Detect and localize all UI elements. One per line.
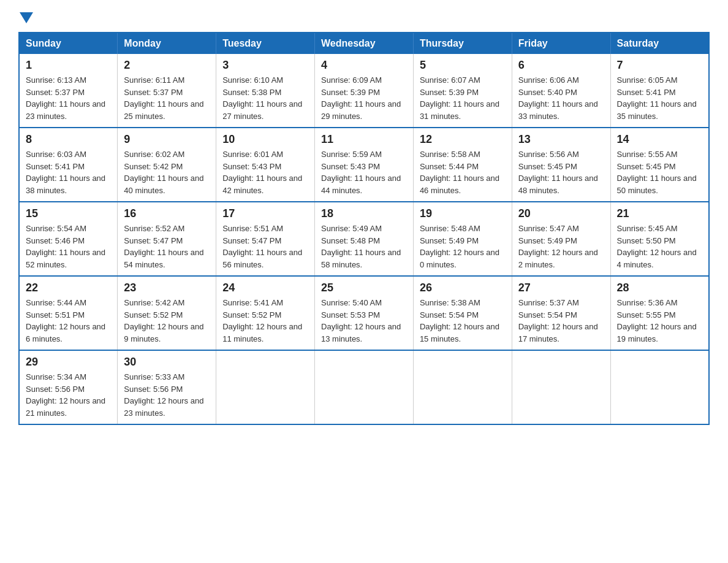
calendar-cell: 16Sunrise: 5:52 AMSunset: 5:47 PMDayligh… bbox=[118, 202, 216, 276]
day-number: 3 bbox=[222, 59, 308, 72]
calendar-week-row: 8Sunrise: 6:03 AMSunset: 5:41 PMDaylight… bbox=[19, 128, 709, 202]
logo bbox=[18, 12, 33, 21]
weekday-header-thursday: Thursday bbox=[413, 33, 512, 54]
calendar-cell: 9Sunrise: 6:02 AMSunset: 5:42 PMDaylight… bbox=[118, 128, 216, 202]
day-info: Sunrise: 5:33 AMSunset: 5:56 PMDaylight:… bbox=[124, 371, 210, 419]
day-number: 18 bbox=[321, 207, 407, 220]
day-number: 8 bbox=[26, 133, 111, 146]
day-number: 20 bbox=[518, 207, 604, 220]
day-number: 9 bbox=[124, 133, 210, 146]
calendar-cell: 28Sunrise: 5:36 AMSunset: 5:55 PMDayligh… bbox=[610, 276, 709, 350]
calendar-cell: 12Sunrise: 5:58 AMSunset: 5:44 PMDayligh… bbox=[413, 128, 512, 202]
calendar-cell bbox=[512, 350, 610, 424]
day-info: Sunrise: 5:44 AMSunset: 5:51 PMDaylight:… bbox=[26, 297, 111, 345]
day-info: Sunrise: 6:10 AMSunset: 5:38 PMDaylight:… bbox=[222, 74, 308, 122]
weekday-header-saturday: Saturday bbox=[610, 33, 709, 54]
day-info: Sunrise: 6:13 AMSunset: 5:37 PMDaylight:… bbox=[26, 74, 111, 122]
day-number: 23 bbox=[124, 282, 210, 294]
calendar-week-row: 22Sunrise: 5:44 AMSunset: 5:51 PMDayligh… bbox=[19, 276, 709, 350]
day-number: 4 bbox=[321, 59, 407, 72]
calendar-cell: 18Sunrise: 5:49 AMSunset: 5:48 PMDayligh… bbox=[315, 202, 414, 276]
day-info: Sunrise: 5:54 AMSunset: 5:46 PMDaylight:… bbox=[26, 223, 111, 270]
calendar-cell: 23Sunrise: 5:42 AMSunset: 5:52 PMDayligh… bbox=[118, 276, 216, 350]
calendar-cell bbox=[315, 350, 414, 424]
day-number: 22 bbox=[26, 282, 111, 294]
day-number: 30 bbox=[124, 356, 210, 369]
weekday-header-wednesday: Wednesday bbox=[315, 33, 414, 54]
weekday-header-row: SundayMondayTuesdayWednesdayThursdayFrid… bbox=[19, 33, 709, 54]
day-info: Sunrise: 5:52 AMSunset: 5:47 PMDaylight:… bbox=[124, 223, 210, 270]
calendar-cell: 30Sunrise: 5:33 AMSunset: 5:56 PMDayligh… bbox=[118, 350, 216, 424]
weekday-header-sunday: Sunday bbox=[19, 33, 118, 54]
day-number: 14 bbox=[617, 133, 702, 146]
calendar-cell bbox=[413, 350, 512, 424]
day-info: Sunrise: 6:03 AMSunset: 5:41 PMDaylight:… bbox=[26, 148, 111, 196]
day-number: 29 bbox=[26, 356, 111, 369]
day-number: 13 bbox=[518, 133, 604, 146]
calendar-cell: 14Sunrise: 5:55 AMSunset: 5:45 PMDayligh… bbox=[610, 128, 709, 202]
logo-arrow-icon bbox=[20, 12, 33, 23]
day-info: Sunrise: 5:47 AMSunset: 5:49 PMDaylight:… bbox=[518, 223, 604, 270]
calendar-cell: 2Sunrise: 6:11 AMSunset: 5:37 PMDaylight… bbox=[118, 54, 216, 128]
day-info: Sunrise: 6:09 AMSunset: 5:39 PMDaylight:… bbox=[321, 74, 407, 122]
calendar-cell: 8Sunrise: 6:03 AMSunset: 5:41 PMDaylight… bbox=[19, 128, 118, 202]
calendar-cell: 7Sunrise: 6:05 AMSunset: 5:41 PMDaylight… bbox=[610, 54, 709, 128]
day-info: Sunrise: 5:55 AMSunset: 5:45 PMDaylight:… bbox=[617, 148, 702, 196]
calendar-body: 1Sunrise: 6:13 AMSunset: 5:37 PMDaylight… bbox=[19, 54, 709, 424]
calendar-cell: 11Sunrise: 5:59 AMSunset: 5:43 PMDayligh… bbox=[315, 128, 414, 202]
day-info: Sunrise: 5:56 AMSunset: 5:45 PMDaylight:… bbox=[518, 148, 604, 196]
day-number: 24 bbox=[222, 282, 308, 294]
calendar-cell: 20Sunrise: 5:47 AMSunset: 5:49 PMDayligh… bbox=[512, 202, 610, 276]
day-info: Sunrise: 5:42 AMSunset: 5:52 PMDaylight:… bbox=[124, 297, 210, 345]
day-number: 25 bbox=[321, 282, 407, 294]
calendar-cell: 25Sunrise: 5:40 AMSunset: 5:53 PMDayligh… bbox=[315, 276, 414, 350]
calendar-cell: 26Sunrise: 5:38 AMSunset: 5:54 PMDayligh… bbox=[413, 276, 512, 350]
day-number: 19 bbox=[420, 207, 506, 220]
calendar-cell: 17Sunrise: 5:51 AMSunset: 5:47 PMDayligh… bbox=[216, 202, 315, 276]
day-info: Sunrise: 5:41 AMSunset: 5:52 PMDaylight:… bbox=[222, 297, 308, 345]
calendar-week-row: 29Sunrise: 5:34 AMSunset: 5:56 PMDayligh… bbox=[19, 350, 709, 424]
calendar-cell: 24Sunrise: 5:41 AMSunset: 5:52 PMDayligh… bbox=[216, 276, 315, 350]
day-info: Sunrise: 5:51 AMSunset: 5:47 PMDaylight:… bbox=[222, 223, 308, 270]
day-number: 2 bbox=[124, 59, 210, 72]
day-info: Sunrise: 5:59 AMSunset: 5:43 PMDaylight:… bbox=[321, 148, 407, 196]
day-number: 12 bbox=[420, 133, 506, 146]
day-number: 7 bbox=[617, 59, 702, 72]
day-info: Sunrise: 5:45 AMSunset: 5:50 PMDaylight:… bbox=[617, 223, 702, 270]
calendar-cell: 5Sunrise: 6:07 AMSunset: 5:39 PMDaylight… bbox=[413, 54, 512, 128]
calendar-cell bbox=[216, 350, 315, 424]
calendar-week-row: 15Sunrise: 5:54 AMSunset: 5:46 PMDayligh… bbox=[19, 202, 709, 276]
calendar-cell: 27Sunrise: 5:37 AMSunset: 5:54 PMDayligh… bbox=[512, 276, 610, 350]
day-number: 10 bbox=[222, 133, 308, 146]
calendar-table: SundayMondayTuesdayWednesdayThursdayFrid… bbox=[18, 32, 710, 425]
weekday-header-friday: Friday bbox=[512, 33, 610, 54]
day-number: 15 bbox=[26, 207, 111, 220]
day-info: Sunrise: 6:02 AMSunset: 5:42 PMDaylight:… bbox=[124, 148, 210, 196]
day-info: Sunrise: 5:40 AMSunset: 5:53 PMDaylight:… bbox=[321, 297, 407, 345]
calendar-cell: 4Sunrise: 6:09 AMSunset: 5:39 PMDaylight… bbox=[315, 54, 414, 128]
calendar-cell: 29Sunrise: 5:34 AMSunset: 5:56 PMDayligh… bbox=[19, 350, 118, 424]
day-info: Sunrise: 5:58 AMSunset: 5:44 PMDaylight:… bbox=[420, 148, 506, 196]
day-number: 21 bbox=[617, 207, 702, 220]
day-number: 6 bbox=[518, 59, 604, 72]
day-info: Sunrise: 5:49 AMSunset: 5:48 PMDaylight:… bbox=[321, 223, 407, 270]
day-number: 27 bbox=[518, 282, 604, 294]
calendar-cell: 13Sunrise: 5:56 AMSunset: 5:45 PMDayligh… bbox=[512, 128, 610, 202]
calendar-cell: 3Sunrise: 6:10 AMSunset: 5:38 PMDaylight… bbox=[216, 54, 315, 128]
day-info: Sunrise: 5:37 AMSunset: 5:54 PMDaylight:… bbox=[518, 297, 604, 345]
calendar-header: SundayMondayTuesdayWednesdayThursdayFrid… bbox=[19, 33, 709, 54]
day-number: 5 bbox=[420, 59, 506, 72]
weekday-header-monday: Monday bbox=[118, 33, 216, 54]
calendar-cell: 22Sunrise: 5:44 AMSunset: 5:51 PMDayligh… bbox=[19, 276, 118, 350]
calendar-cell bbox=[610, 350, 709, 424]
day-number: 26 bbox=[420, 282, 506, 294]
day-info: Sunrise: 6:07 AMSunset: 5:39 PMDaylight:… bbox=[420, 74, 506, 122]
calendar-cell: 1Sunrise: 6:13 AMSunset: 5:37 PMDaylight… bbox=[19, 54, 118, 128]
day-info: Sunrise: 6:06 AMSunset: 5:40 PMDaylight:… bbox=[518, 74, 604, 122]
calendar-cell: 6Sunrise: 6:06 AMSunset: 5:40 PMDaylight… bbox=[512, 54, 610, 128]
day-info: Sunrise: 5:38 AMSunset: 5:54 PMDaylight:… bbox=[420, 297, 506, 345]
page-header bbox=[18, 12, 710, 21]
calendar-cell: 19Sunrise: 5:48 AMSunset: 5:49 PMDayligh… bbox=[413, 202, 512, 276]
svg-marker-0 bbox=[20, 12, 33, 23]
calendar-week-row: 1Sunrise: 6:13 AMSunset: 5:37 PMDaylight… bbox=[19, 54, 709, 128]
